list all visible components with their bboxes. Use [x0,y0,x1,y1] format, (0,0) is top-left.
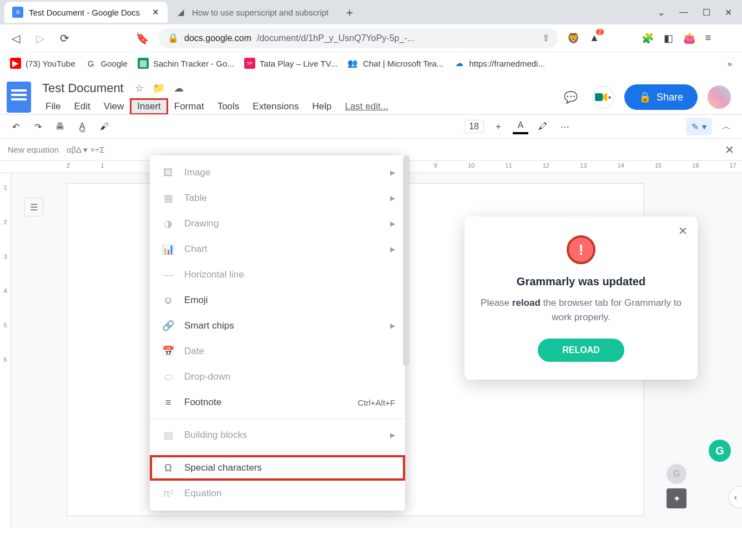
chevron-right-icon: ▶ [390,245,395,253]
spellcheck-button[interactable]: A̲ [74,119,90,134]
docs-toolbar: ↶ ↷ 🖶 A̲ 🖌 18 ＋ A 🖍 ⋯ ✎▾ ︿ [0,114,742,139]
menu-item-image[interactable]: 🖼Image▶ [150,160,405,185]
sidepanel-icon[interactable]: ◧ [664,32,673,44]
brave-rewards-icon[interactable]: ▲2 [589,32,599,44]
font-size-input[interactable]: 18 [464,120,484,133]
drop-down-icon: ⬭ [162,371,174,383]
reload-button[interactable]: RELOAD [538,339,624,362]
maximize-icon[interactable]: ☐ [703,7,710,18]
menu-item-drawing[interactable]: ◑Drawing▶ [150,211,405,236]
doc-title[interactable]: Test Document [39,80,127,97]
account-avatar[interactable] [708,85,731,109]
smart-chips-icon: 🔗 [162,320,174,332]
comments-button[interactable]: 💬 [560,86,582,108]
menu-item-horizontal-line[interactable]: —Horizontal line [150,262,405,287]
svg-rect-0 [595,93,603,101]
brave-shield-icon[interactable]: 🦁 [567,32,579,44]
menu-tools[interactable]: Tools [211,99,246,114]
reload-button[interactable]: ⟳ [57,32,72,45]
menu-item-building-blocks[interactable]: ▤Building blocks▶ [150,422,405,448]
undo-button[interactable]: ↶ [8,119,23,134]
equation-symbols[interactable]: αβΔ ▾ ×÷Σ [67,145,105,155]
menu-insert[interactable]: Insert [130,99,168,114]
back-button[interactable]: ◁ [8,32,23,45]
docs-logo[interactable] [7,82,31,113]
redo-button[interactable]: ↷ [30,119,46,134]
tab-inactive[interactable]: ◢ How to use superscript and subscript [168,2,336,23]
close-equation-bar[interactable]: ✕ [725,143,734,157]
menu-item-smart-chips[interactable]: 🔗Smart chips▶ [150,313,405,339]
grammarly-status-icon[interactable]: G [667,464,687,484]
font-size-inc[interactable]: ＋ [491,119,506,134]
more-tools[interactable]: ⋯ [557,119,573,134]
print-button[interactable]: 🖶 [52,119,68,134]
site-favicon: ◢ [175,7,186,18]
editing-mode[interactable]: ✎▾ [686,118,712,135]
side-panel-toggle[interactable]: ‹ [729,486,742,508]
meet-button[interactable]: ▾ [592,86,614,108]
menu-item-emoji[interactable]: ☺Emoji [150,287,405,313]
forward-button[interactable]: ▷ [32,32,48,45]
share-button[interactable]: 🔒 Share [624,84,698,110]
menu-item-chart[interactable]: 📊Chart▶ [150,236,405,262]
grammarly-fab[interactable]: G [709,440,731,462]
menu-edit[interactable]: Edit [67,99,97,114]
bookmark-icon[interactable]: 🔖 [134,32,150,45]
menu-item-date[interactable]: 📅Date [150,339,405,364]
chevron-down-icon[interactable]: ⌄ [658,7,665,18]
new-tab-button[interactable]: ＋ [341,3,359,21]
close-window-icon[interactable]: ✕ [725,7,732,18]
menu-item-drop-down[interactable]: ⬭Drop-down [150,364,405,390]
menu-view[interactable]: View [97,99,131,114]
table-icon: ▦ [162,192,174,204]
extensions-icon[interactable]: 🧩 [642,32,654,44]
menu-item-table[interactable]: ▦Table▶ [150,185,405,211]
menu-item-equation[interactable]: π²Equation [150,481,405,506]
pencil-icon: ✎ [691,122,699,132]
bookmark-tataplay[interactable]: TPTata Play – Live TV... [244,58,337,69]
emoji-icon: ☺ [162,295,174,306]
close-icon[interactable]: ✕ [151,8,160,17]
shortcut-label: Ctrl+Alt+F [357,398,395,407]
menu-item-special-characters[interactable]: ΩSpecial characters [150,455,405,481]
text-color-button[interactable]: A [513,119,528,134]
tab-title: How to use superscript and subscript [192,8,329,17]
bookmarks-overflow[interactable]: » [728,59,732,68]
drawing-icon: ◑ [162,218,174,230]
docs-favicon: ≡ [12,7,23,18]
bookmark-sheets[interactable]: ▦Sachin Tracker - Go... [138,58,234,69]
bookmark-youtube[interactable]: ▶(73) YouTube [10,58,75,69]
explore-button[interactable]: ✦ [667,488,687,508]
bookmarks-bar: ▶(73) YouTube GGoogle ▦Sachin Tracker - … [0,52,742,74]
menu-help[interactable]: Help [305,99,338,114]
wallet-icon[interactable]: 👛 [683,32,695,44]
tab-active[interactable]: ≡ Test Document - Google Docs ✕ [4,2,168,23]
menu-file[interactable]: File [39,99,67,114]
last-edit-link[interactable]: Last edit... [338,99,395,114]
minimize-icon[interactable]: ― [679,7,688,18]
menu-extensions[interactable]: Extensions [246,99,305,114]
collapse-toolbar[interactable]: ︿ [719,119,734,134]
menu-separator [150,451,405,452]
bookmark-google[interactable]: GGoogle [85,58,128,69]
new-equation-button[interactable]: New equation [8,145,59,154]
paint-format-button[interactable]: 🖌 [97,119,112,134]
share-url-icon[interactable]: ⇪ [542,33,549,43]
vertical-ruler[interactable]: 123456 [0,173,11,528]
move-icon[interactable]: 📁 [153,82,165,94]
menu-item-footnote[interactable]: ≡FootnoteCtrl+Alt+F [150,390,405,415]
menu-icon[interactable]: ≡ [705,32,711,44]
highlight-button[interactable]: 🖍 [535,119,551,134]
star-icon[interactable]: ☆ [135,82,144,94]
bookmark-teams[interactable]: 👥Chat | Microsoft Tea... [347,58,443,69]
outline-toggle[interactable]: ☰ [24,198,43,216]
close-popup-button[interactable]: ✕ [678,224,688,238]
bookmark-onedrive[interactable]: ☁https://framedmedi... [453,58,545,69]
menu-format[interactable]: Format [168,99,211,114]
address-bar[interactable]: 🔒 docs.google.com /document/d/1hP_y_UsnQ… [159,28,558,48]
equation-icon: π² [162,488,174,500]
cloud-status-icon[interactable]: ☁ [174,82,184,94]
tab-title: Test Document - Google Docs [29,8,140,17]
chevron-right-icon: ▶ [390,220,395,228]
menu-item-label: Smart chips [184,320,234,331]
